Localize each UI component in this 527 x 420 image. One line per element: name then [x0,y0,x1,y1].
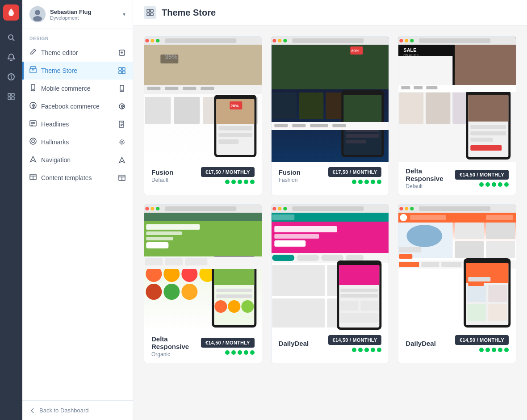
facebook-commerce-label: Facebook commerce [41,103,114,110]
svg-rect-99 [455,45,516,89]
app-logo[interactable] [3,4,19,21]
dot [358,180,363,184]
hallmarks-gear-icon [118,139,125,146]
svg-rect-189 [455,223,484,239]
theme-preview-delta-default: SALE ON ALLES [398,37,516,162]
svg-rect-138 [216,289,252,292]
svg-point-150 [283,207,287,210]
svg-rect-101 [399,92,424,124]
dot [364,348,369,352]
sidebar-item-facebook-commerce[interactable]: Facebook commerce [22,97,133,115]
theme-price-delta-default: €14,50 / MONTHLY [455,170,509,180]
svg-point-30 [121,141,123,143]
svg-rect-113 [414,86,423,89]
svg-rect-52 [147,87,160,90]
theme-editor-action-icon [118,49,125,56]
theme-card-footer-fusion-fashion: Fusion Fashion €17,50 / MONTHLY [272,162,389,189]
svg-point-28 [30,138,36,144]
theme-price-fusion-fashion: €17,50 / MONTHLY [328,167,382,177]
sidebar-item-headlines[interactable]: Headlines [22,115,133,133]
dot [479,348,484,352]
svg-rect-191 [455,241,484,258]
svg-rect-182 [410,215,446,220]
svg-point-10 [35,10,40,15]
svg-rect-119 [165,206,236,211]
theme-price-fusion-default: €17,50 / MONTHLY [201,167,255,177]
sidebar-item-theme-editor[interactable]: Theme editor [22,44,133,62]
design-section-label: DESIGN [22,29,133,44]
navigation-icon [29,155,37,164]
svg-rect-139 [216,294,252,298]
content-templates-icon [29,173,37,182]
headlines-label: Headlines [41,121,114,128]
svg-point-19 [33,89,33,90]
svg-rect-7 [8,97,11,100]
svg-rect-82 [343,95,381,124]
svg-rect-144 [145,258,163,265]
theme-card-fusion-default[interactable]: 35% [144,36,262,195]
theme-name-fusion-fashion: Fusion [279,168,301,176]
theme-card-dailydeal-2[interactable]: DailyDeal €14,50 / MONTHLY [398,204,516,363]
theme-dots-delta-default [479,182,509,187]
svg-rect-156 [274,234,319,239]
mobile-commerce-label: Mobile commerce [41,85,114,92]
svg-rect-159 [272,255,294,261]
svg-rect-201 [468,285,486,302]
sidebar-item-navigation[interactable]: Navigation [22,151,133,169]
svg-point-29 [32,140,34,143]
theme-preview-fusion-default: 35% [144,37,262,162]
svg-point-46 [156,39,159,42]
bell-nav-icon[interactable] [0,47,22,67]
svg-rect-146 [185,258,207,265]
svg-point-141 [228,300,240,313]
sidebar-item-content-templates[interactable]: Content templates [22,169,133,187]
sidebar-item-theme-store[interactable]: Theme Store [22,62,133,80]
headlines-doc-icon [118,121,125,128]
dot [250,350,255,355]
theme-card-footer-delta-organic: Delta Responsive Organic €14,50 / MONTHL… [144,330,262,363]
svg-point-71 [283,39,287,42]
svg-rect-39 [147,9,150,12]
theme-card-dailydeal-1[interactable]: DailyDeal €14,50 / MONTHLY [271,204,389,363]
dot [231,350,236,355]
dot [371,348,375,352]
theme-card-footer-fusion-default: Fusion Default €17,50 / MONTHLY [144,162,262,189]
svg-rect-188 [399,254,413,259]
user-menu[interactable]: Sebastian Flug Dyvelopment ▾ [22,0,133,29]
dot [485,348,490,352]
search-nav-icon[interactable] [0,28,22,47]
theme-category-delta-organic: Organic [151,351,201,357]
svg-point-92 [400,39,403,42]
page-title: Theme Store [162,8,216,18]
back-to-dashboard[interactable]: Back to Dashboard [22,400,133,420]
svg-point-142 [241,300,254,313]
theme-dots-dailydeal-2 [479,348,509,352]
sidebar-item-mobile-commerce[interactable]: Mobile commerce [22,80,133,97]
svg-rect-15 [122,67,125,70]
theme-dots-fusion-fashion [352,180,381,184]
avatar [29,6,46,22]
svg-point-134 [181,284,197,300]
svg-point-177 [405,207,409,210]
page-header: Theme Store [133,0,527,25]
facebook-icon [29,102,37,111]
theme-card-fusion-fashion[interactable]: 20% Fusion [271,36,389,195]
theme-card-delta-organic[interactable]: Delta Responsive Organic €14,50 / MONTHL… [144,204,262,363]
svg-point-176 [400,207,403,210]
info-nav-icon[interactable] [0,67,22,87]
dot [377,180,381,184]
theme-dots-fusion-default [225,180,255,184]
mobile-icon [118,85,125,92]
grid-nav-icon[interactable] [0,87,22,106]
svg-rect-86 [272,122,389,130]
dot [250,180,255,184]
svg-rect-170 [340,289,378,292]
svg-rect-173 [360,301,378,311]
svg-point-4 [11,75,12,76]
mobile-commerce-icon [29,84,37,93]
theme-card-delta-default[interactable]: SALE ON ALLES [398,36,516,195]
sidebar-item-hallmarks[interactable]: Hallmarks [22,133,133,151]
svg-rect-174 [340,313,378,323]
svg-point-149 [278,207,281,210]
dot [479,182,484,187]
